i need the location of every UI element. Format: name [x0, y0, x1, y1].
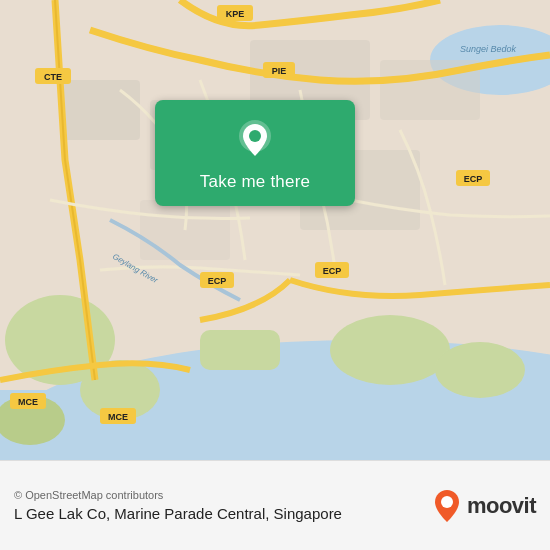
svg-rect-12 — [60, 80, 140, 140]
svg-point-35 — [249, 130, 261, 142]
svg-text:ECP: ECP — [464, 174, 483, 184]
action-card[interactable]: Take me there — [155, 100, 355, 206]
svg-point-36 — [441, 496, 453, 508]
take-me-there-label: Take me there — [200, 172, 310, 192]
svg-text:Sungei Bedok: Sungei Bedok — [460, 44, 517, 54]
svg-text:PIE: PIE — [272, 66, 287, 76]
svg-text:ECP: ECP — [323, 266, 342, 276]
map-svg: KPE CTE PIE ECP ECP ECP MCE MCE Sungei B… — [0, 0, 550, 460]
svg-rect-7 — [200, 330, 280, 370]
location-name: L Gee Lak Co, Marine Parade Central, Sin… — [14, 505, 433, 522]
svg-text:CTE: CTE — [44, 72, 62, 82]
map-container: KPE CTE PIE ECP ECP ECP MCE MCE Sungei B… — [0, 0, 550, 460]
moovit-logo: moovit — [433, 489, 536, 523]
bottom-bar-info: © OpenStreetMap contributors L Gee Lak C… — [14, 489, 433, 522]
svg-point-8 — [330, 315, 450, 385]
attribution-text: © OpenStreetMap contributors — [14, 489, 433, 501]
svg-rect-2 — [0, 390, 550, 460]
svg-point-9 — [435, 342, 525, 398]
svg-text:KPE: KPE — [226, 9, 245, 19]
bottom-bar: © OpenStreetMap contributors L Gee Lak C… — [0, 460, 550, 550]
moovit-brand-text: moovit — [467, 493, 536, 519]
svg-text:MCE: MCE — [18, 397, 38, 407]
svg-text:MCE: MCE — [108, 412, 128, 422]
svg-text:ECP: ECP — [208, 276, 227, 286]
location-pin-icon — [233, 118, 277, 162]
moovit-pin-icon — [433, 489, 461, 523]
